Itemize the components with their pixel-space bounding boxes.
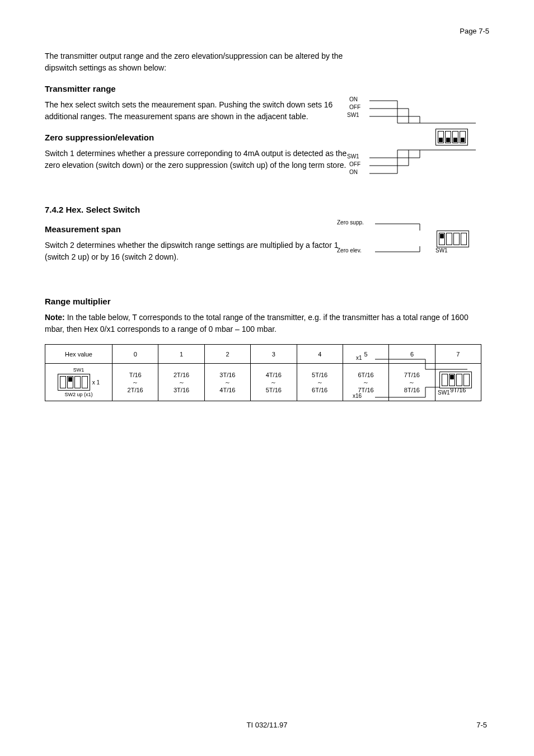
th-1: 1 <box>158 345 204 364</box>
note-body: In the table below, T corresponds to the… <box>45 313 469 334</box>
figure-span-dipswitch: x1 x16 SW1 <box>369 347 487 408</box>
para-span: Switch 2 determines whether the dipswitc… <box>45 240 347 263</box>
th-0: 0 <box>113 345 158 364</box>
dipswitch-span-icon <box>439 372 472 388</box>
label-on-upper: ON <box>349 96 358 102</box>
td-c4: 5T/16～6T/16 <box>297 364 343 401</box>
dipswitch-range-icon <box>435 129 468 145</box>
th-3: 3 <box>251 345 297 364</box>
footer-page: 7-5 <box>476 721 487 729</box>
label-on-lower: ON <box>349 169 358 175</box>
label-off-lower: OFF <box>349 161 360 167</box>
dipswitch-table-icon <box>58 374 90 391</box>
row-label-top: SW1 <box>73 367 85 373</box>
footer-model: TI 032/11.97 <box>247 721 288 729</box>
para-transmitter-range: The hex select switch sets the meauremen… <box>45 99 347 123</box>
th-4: 4 <box>297 345 343 364</box>
label-sw1-zero: SW1 <box>435 247 448 253</box>
intro-paragraph: The transmitter output range and the zer… <box>45 50 347 74</box>
td-c0: T/16～2T/16 <box>113 364 158 401</box>
td-c1: 2T/16～3T/16 <box>158 364 204 401</box>
label-sw1-span: SW1 <box>438 389 450 396</box>
td-c3: 4T/16～5T/16 <box>251 364 297 401</box>
label-sw1-upper: SW1 <box>347 112 359 118</box>
note-multiplier: Note: In the table below, T corresponds … <box>45 312 489 335</box>
page-number-top: Page 7-5 <box>460 27 489 35</box>
label-off-upper: OFF <box>349 104 360 110</box>
label-x16: x16 <box>353 393 362 399</box>
label-zero-elev: Zero elev. <box>337 247 362 253</box>
td-dipswitch: SW1 x 1 SW2 up (x1) <box>45 364 113 401</box>
td-c2: 3T/16～4T/16 <box>204 364 250 401</box>
label-x1: x1 <box>356 355 362 361</box>
figure-range-dipswitch: ON OFF SW1 SW1 OFF ON <box>364 90 487 185</box>
row-label-bot: SW2 up (x1) <box>64 392 92 397</box>
row-x1: x 1 <box>92 379 100 386</box>
heading-multiplier: Range multiplier <box>45 297 489 306</box>
th-2: 2 <box>204 345 250 364</box>
label-zero-supp: Zero supp. <box>337 219 364 226</box>
figure-zero-dipswitch: Zero supp. Zero elev. SW1 <box>369 213 487 263</box>
th-hexvalue: Hex value <box>45 345 113 364</box>
para-zero: Switch 1 determines whether a pressure c… <box>45 148 347 171</box>
dipswitch-zero-icon <box>437 231 469 247</box>
label-sw1-lower: SW1 <box>347 153 359 159</box>
note-label: Note: <box>45 313 65 322</box>
